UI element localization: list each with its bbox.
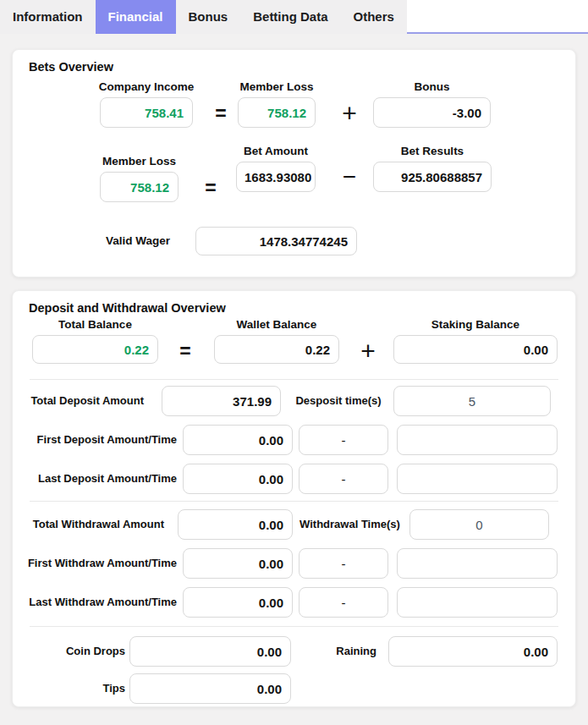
- coin-drops-input[interactable]: [129, 636, 291, 667]
- divider: [30, 626, 558, 627]
- bonus-label: Bonus: [415, 80, 450, 93]
- last-deposit-dash-input[interactable]: [299, 464, 388, 494]
- equals-sign: =: [206, 98, 236, 129]
- staking-balance-input[interactable]: [393, 335, 558, 364]
- tips-input[interactable]: [129, 673, 291, 704]
- total-balance-input[interactable]: [32, 335, 158, 364]
- last-withdraw-time-input[interactable]: [397, 587, 558, 618]
- raining-input[interactable]: [388, 636, 558, 667]
- withdrawal-times-input[interactable]: [409, 509, 549, 540]
- bonus-field: Bonus: [373, 80, 491, 128]
- first-withdraw-amount-input[interactable]: [183, 548, 293, 579]
- staking-balance-field: Staking Balance: [393, 318, 558, 364]
- first-deposit-amount-input[interactable]: [183, 425, 293, 455]
- company-income-field: Company Income: [100, 80, 193, 128]
- total-balance-label: Total Balance: [58, 318, 132, 331]
- equals-sign: =: [170, 337, 201, 365]
- equals-sign: =: [195, 173, 226, 203]
- withdrawal-times-label: Withdrawal Time(s): [297, 509, 403, 540]
- last-deposit-label: Last Deposit Amount/Time: [13, 464, 177, 494]
- bets-overview-title: Bets Overview: [29, 60, 113, 74]
- bet-results-input[interactable]: [373, 162, 492, 192]
- total-balance-field: Total Balance: [32, 318, 158, 364]
- tab-financial[interactable]: Financial: [96, 0, 176, 34]
- member-loss-input[interactable]: [100, 172, 179, 202]
- member-loss-top-label: Member Loss: [239, 80, 313, 93]
- first-deposit-label: First Deposit Amount/Time: [13, 425, 177, 455]
- total-deposit-amount-label: Total Deposit Amount: [13, 386, 144, 416]
- valid-wager-input[interactable]: [195, 227, 357, 255]
- member-loss-top-field: Member Loss: [238, 80, 316, 128]
- tab-betting-data[interactable]: Betting Data: [240, 0, 340, 34]
- tips-label: Tips: [13, 673, 125, 704]
- divider: [30, 501, 558, 502]
- first-withdraw-label: First Withdraw Amount/Time: [13, 548, 177, 579]
- first-deposit-time-input[interactable]: [397, 425, 558, 455]
- minus-sign: −: [332, 162, 366, 193]
- deposit-withdrawal-card: Deposit and Withdrawal Overview Total Ba…: [12, 290, 576, 707]
- valid-wager-label: Valid Wager: [13, 227, 170, 255]
- wallet-balance-field: Wallet Balance: [214, 318, 339, 364]
- tab-bar: Information Financial Bonus Betting Data…: [0, 0, 588, 34]
- staking-balance-label: Staking Balance: [431, 318, 519, 331]
- total-withdrawal-amount-label: Total Withdrawal Amount: [13, 509, 164, 540]
- deposit-withdrawal-title: Deposit and Withdrawal Overview: [29, 301, 226, 315]
- total-withdrawal-amount-input[interactable]: [178, 509, 293, 540]
- tab-strip: Information Financial Bonus Betting Data…: [0, 0, 407, 34]
- bonus-input[interactable]: [373, 97, 491, 128]
- member-loss-top-input[interactable]: [238, 97, 316, 128]
- member-loss-field: Member Loss: [100, 155, 179, 202]
- bet-amount-label: Bet Amount: [244, 145, 308, 157]
- member-loss-label: Member Loss: [102, 155, 176, 168]
- last-deposit-time-input[interactable]: [397, 464, 558, 494]
- first-withdraw-dash-input[interactable]: [299, 548, 388, 579]
- tab-others[interactable]: Others: [341, 0, 407, 34]
- bet-amount-field: Bet Amount: [236, 145, 316, 192]
- tab-information[interactable]: Information: [0, 0, 96, 34]
- first-withdraw-time-input[interactable]: [397, 548, 558, 579]
- financial-tab-panel: Bets Overview Company Income = Member Lo…: [0, 34, 588, 707]
- last-withdraw-dash-input[interactable]: [299, 587, 388, 618]
- deposit-times-input[interactable]: [393, 386, 551, 416]
- bet-amount-input[interactable]: [236, 162, 316, 192]
- wallet-balance-input[interactable]: [214, 335, 339, 364]
- plus-sign: +: [332, 96, 366, 130]
- tab-bonus[interactable]: Bonus: [176, 0, 241, 34]
- bets-overview-card: Bets Overview Company Income = Member Lo…: [12, 49, 576, 277]
- divider: [30, 379, 558, 380]
- last-deposit-amount-input[interactable]: [183, 464, 293, 494]
- coin-drops-label: Coin Drops: [13, 636, 125, 667]
- raining-label: Raining: [292, 636, 376, 667]
- bet-results-label: Bet Results: [401, 145, 464, 157]
- total-deposit-amount-input[interactable]: [162, 386, 281, 416]
- wallet-balance-label: Wallet Balance: [237, 318, 317, 331]
- company-income-label: Company Income: [99, 80, 195, 93]
- last-withdraw-amount-input[interactable]: [183, 587, 293, 618]
- plus-sign: +: [351, 335, 385, 367]
- deposit-times-label: Desposit time(s): [292, 386, 385, 416]
- bet-results-field: Bet Results: [373, 145, 492, 192]
- first-deposit-dash-input[interactable]: [299, 425, 388, 455]
- last-withdraw-label: Last Withdraw Amount/Time: [13, 587, 177, 618]
- company-income-input[interactable]: [100, 97, 193, 128]
